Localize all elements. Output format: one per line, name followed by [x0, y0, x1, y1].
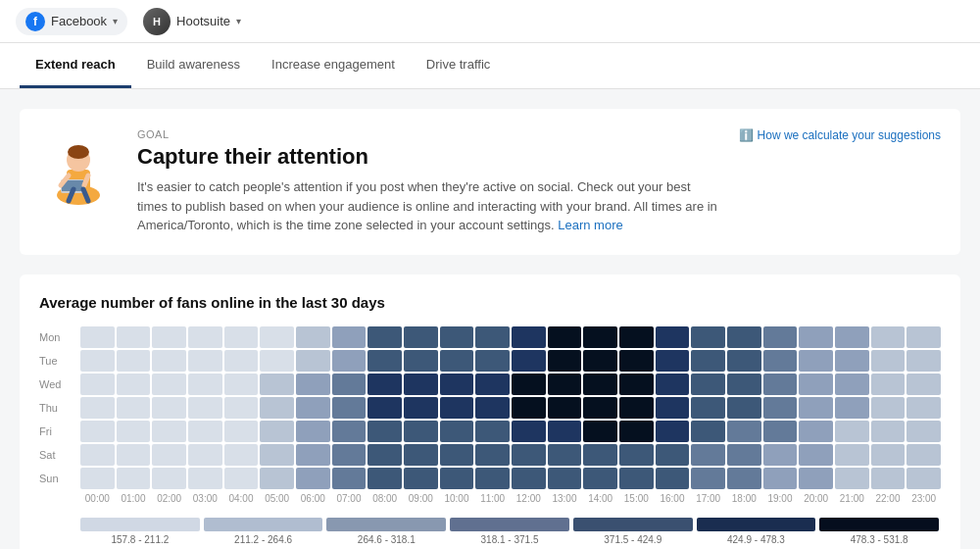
tab-drive-traffic[interactable]: Drive traffic: [411, 43, 507, 88]
time-label: 04:00: [224, 493, 259, 504]
heat-cell: [583, 374, 617, 395]
hootsuite-selector[interactable]: H Hootsuite ▾: [143, 8, 241, 35]
heat-cell: [727, 421, 761, 442]
heat-cell: [440, 468, 474, 489]
heat-cell: [440, 326, 474, 348]
heat-cell: [799, 326, 833, 348]
heat-cell: [440, 350, 474, 372]
heat-cell: [619, 350, 654, 372]
legend-segment: 478.3 - 531.8: [817, 512, 941, 549]
heat-cell: [763, 350, 798, 372]
heat-cell: [691, 444, 725, 466]
heat-cell: [117, 397, 151, 419]
time-label: 18:00: [727, 493, 761, 504]
heat-cell: [656, 350, 690, 372]
heat-cell: [763, 326, 798, 348]
heat-cell: [440, 374, 474, 395]
heat-cell: [727, 350, 761, 372]
heat-cell: [548, 397, 582, 419]
top-nav: f Facebook ▾ H Hootsuite ▾: [0, 0, 980, 43]
heat-cell: [260, 421, 294, 442]
legend-segment: 371.5 - 424.9: [571, 512, 695, 549]
heat-cell: [260, 444, 294, 466]
heat-cell: [404, 374, 438, 395]
heat-cell: [260, 397, 294, 419]
how-calc-link[interactable]: ℹ️ How we calculate your suggestions: [739, 128, 941, 142]
time-label: 16:00: [656, 493, 690, 504]
heat-cell: [656, 326, 690, 348]
heat-cell: [763, 444, 798, 466]
heat-cell: [260, 350, 294, 372]
time-label: 17:00: [691, 493, 725, 504]
heat-cell: [475, 397, 510, 419]
heat-cell: [117, 444, 151, 466]
time-label: 11:00: [475, 493, 510, 504]
heat-cell: [619, 397, 654, 419]
heat-cell: [296, 468, 330, 489]
legend-segment: 211.2 - 264.6: [202, 512, 325, 549]
heat-cell: [906, 350, 941, 372]
heat-cell: [835, 350, 869, 372]
heat-cell: [512, 374, 546, 395]
heat-cell: [296, 397, 330, 419]
heat-cell: [80, 421, 115, 442]
heat-cell: [260, 326, 294, 348]
heat-cell: [906, 374, 941, 395]
tab-bar: Extend reach Build awareness Increase en…: [0, 43, 980, 89]
heat-cell: [691, 397, 725, 419]
heat-cell: [80, 468, 115, 489]
heat-cell: [835, 421, 869, 442]
heat-cell: [799, 397, 833, 419]
heat-cell: [512, 468, 546, 489]
time-labels: 00:0001:0002:0003:0004:0005:0006:0007:00…: [39, 493, 941, 504]
time-label: 14:00: [583, 493, 617, 504]
time-label: 01:00: [117, 493, 151, 504]
svg-point-3: [68, 145, 89, 159]
heat-cell: [368, 326, 402, 348]
heat-cell: [404, 350, 438, 372]
heat-cell: [404, 421, 438, 442]
heat-cell: [763, 468, 798, 489]
heat-cell: [763, 397, 798, 419]
time-label: 03:00: [188, 493, 222, 504]
heat-cell: [656, 468, 690, 489]
heat-cell: [332, 350, 367, 372]
heat-cell: [117, 468, 151, 489]
tab-extend-reach[interactable]: Extend reach: [20, 43, 131, 88]
time-label: 05:00: [260, 493, 294, 504]
heat-cell: [548, 444, 582, 466]
heat-cell: [871, 397, 906, 419]
heat-cell: [224, 421, 259, 442]
heat-cell: [117, 421, 151, 442]
heat-cell: [691, 326, 725, 348]
heat-cell: [332, 397, 367, 419]
time-label: 10:00: [440, 493, 474, 504]
heat-cell: [188, 444, 222, 466]
heat-cell: [117, 374, 151, 395]
time-label: 08:00: [368, 493, 402, 504]
heat-cell: [404, 444, 438, 466]
heat-cell: [871, 374, 906, 395]
day-label-fri: Fri: [39, 421, 78, 442]
learn-more-link[interactable]: Learn more: [558, 218, 622, 232]
time-label: 12:00: [512, 493, 546, 504]
tab-build-awareness[interactable]: Build awareness: [131, 43, 256, 88]
heat-cell: [727, 397, 761, 419]
heat-cell: [296, 421, 330, 442]
heat-cell: [583, 444, 617, 466]
heat-cell: [512, 326, 546, 348]
heat-cell: [296, 326, 330, 348]
facebook-chevron: ▾: [113, 16, 118, 26]
heatmap-section: Average number of fans online in the las…: [20, 274, 960, 550]
heat-cell: [296, 350, 330, 372]
tab-increase-engagement[interactable]: Increase engagement: [256, 43, 411, 88]
heat-cell: [152, 444, 186, 466]
heat-cell: [224, 397, 259, 419]
heat-cell: [799, 421, 833, 442]
facebook-selector[interactable]: f Facebook ▾: [16, 8, 127, 35]
heat-cell: [619, 421, 654, 442]
legend-segment: 424.9 - 478.3: [695, 512, 818, 549]
heat-cell: [368, 421, 402, 442]
heat-cell: [368, 444, 402, 466]
day-label-sun: Sun: [39, 468, 78, 489]
